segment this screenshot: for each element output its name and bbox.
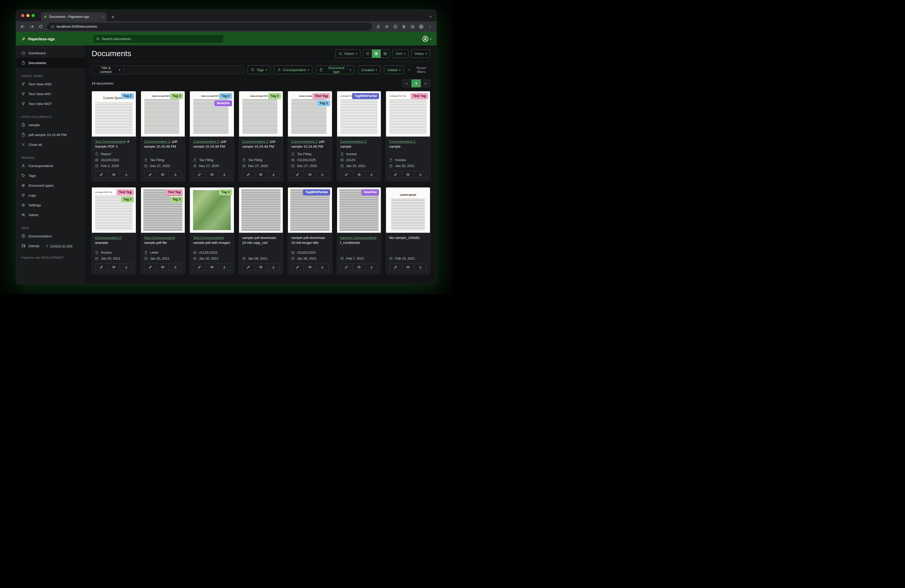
tag-badge[interactable]: Tag 2 <box>219 93 232 99</box>
sidebar-item[interactable]: sample <box>16 120 85 130</box>
sidebar-item[interactable]: Tags <box>16 171 85 181</box>
sidebar-item[interactable]: Close all <box>16 139 85 149</box>
page-tools-icon[interactable] <box>393 25 397 29</box>
view-button[interactable] <box>402 263 414 271</box>
view-list-button[interactable] <box>363 49 372 58</box>
sidebar-item[interactable]: Settings <box>16 200 85 210</box>
account-menu[interactable] <box>422 35 431 42</box>
document-thumbnail[interactable]: A Simple PDF File TagWithPartial <box>337 91 381 137</box>
document-title-text[interactable]: file-sample_150kBs <box>389 236 420 240</box>
tag-badge[interactable]: TagWithPartial <box>303 189 330 195</box>
tag-badge[interactable]: Test Tag <box>116 189 134 195</box>
document-thumbnail[interactable]: A Simple PDF File Test Tag <box>386 91 430 137</box>
sidebar-item[interactable]: Correspondents <box>16 161 85 171</box>
browser-menu-icon[interactable] <box>428 25 432 29</box>
edit-button[interactable] <box>95 171 108 178</box>
view-grid-button[interactable] <box>372 49 381 58</box>
sidebar-item[interactable]: Dashboard <box>16 48 85 58</box>
download-button[interactable] <box>169 263 182 271</box>
document-thumbnail[interactable]: Lorem ipsum <box>386 187 430 233</box>
view-button[interactable] <box>157 263 169 271</box>
correspondent-link[interactable]: Test Correspondent <box>95 139 125 144</box>
document-thumbnail[interactable]: Adobe Acrobat PDF Files Test Tag Tag 2 <box>288 91 332 137</box>
bookmark-star-icon[interactable] <box>385 25 389 29</box>
download-button[interactable] <box>169 171 182 178</box>
edit-button[interactable] <box>291 263 304 271</box>
tag-badge[interactable]: Test Tag <box>411 93 428 99</box>
tag-badge[interactable]: Tag 3 <box>170 93 183 99</box>
created-filter-button[interactable]: Created <box>358 65 380 74</box>
view-button[interactable] <box>205 171 218 178</box>
download-button[interactable] <box>120 171 132 178</box>
correspondent-filter-button[interactable]: Correspondent <box>274 65 312 74</box>
download-button[interactable] <box>365 171 378 178</box>
document-thumbnail[interactable]: Test Tag Tag 3 <box>141 187 185 233</box>
sidebar-item[interactable]: Test View AND <box>16 79 85 89</box>
download-button[interactable] <box>218 171 231 178</box>
window-close-button[interactable] <box>21 14 24 17</box>
view-button[interactable] <box>352 263 365 271</box>
edit-button[interactable] <box>291 171 304 178</box>
sort-button[interactable]: Sort <box>392 49 408 58</box>
side-panel-icon[interactable] <box>410 25 414 29</box>
views-button[interactable]: Views <box>411 49 430 58</box>
download-button[interactable] <box>120 263 132 271</box>
view-button[interactable] <box>402 171 414 178</box>
tag-badge[interactable]: NewOne <box>362 189 379 195</box>
edit-button[interactable] <box>389 171 402 178</box>
sidebar-item[interactable]: Logs <box>16 190 85 200</box>
document-thumbnail[interactable]: Adobe Acrobat PDF Files Tag 3 <box>239 91 283 137</box>
view-button[interactable] <box>205 263 218 271</box>
document-title-text[interactable]: sample-pdf-download-10-mb copy_red <box>242 236 277 245</box>
correspondent-link[interactable]: Test Correspondent <box>144 236 175 240</box>
correspondent-link[interactable]: Correspondent 2 <box>242 139 268 144</box>
tags-filter-button[interactable]: Tags <box>248 65 270 74</box>
correspondent-link[interactable]: Correspondent 2 <box>193 139 219 144</box>
edit-button[interactable] <box>95 263 108 271</box>
reload-icon[interactable] <box>38 25 43 29</box>
download-button[interactable] <box>365 263 378 271</box>
tab-search-icon[interactable] <box>429 15 432 19</box>
tab-close-icon[interactable] <box>101 15 104 18</box>
tag-badge[interactable]: Tag 2 <box>121 93 134 99</box>
correspondent-link[interactable]: Test Correspondent <box>193 236 224 240</box>
correspondent-link[interactable]: Correspondent 2 <box>144 139 170 144</box>
document-thumbnail[interactable]: TagWithPartial <box>288 187 332 233</box>
download-button[interactable] <box>414 263 427 271</box>
document-thumbnail[interactable]: Adobe Acrobat PDF Files Tag 3 <box>141 91 185 137</box>
document-title-text[interactable]: sample-pdf-download-10-mb-longer-title <box>291 236 326 245</box>
sidebar-item-github[interactable]: GitHub Suggest an idea <box>16 241 85 251</box>
view-button[interactable] <box>352 171 365 178</box>
select-button[interactable]: Select <box>335 49 360 58</box>
correspondent-link[interactable]: Correspondent 2 <box>95 236 121 240</box>
prev-page-button[interactable]: « <box>402 79 411 87</box>
edit-button[interactable] <box>340 171 353 178</box>
next-page-button[interactable]: » <box>421 79 430 87</box>
document-thumbnail[interactable]: NewOne <box>337 187 381 233</box>
back-icon[interactable] <box>21 24 25 29</box>
share-icon[interactable] <box>376 25 380 29</box>
brand[interactable]: Paperless-ngx <box>21 36 93 41</box>
edit-button[interactable] <box>193 263 206 271</box>
suggest-idea-link[interactable]: Suggest an idea <box>46 244 73 248</box>
download-button[interactable] <box>316 171 329 178</box>
edit-button[interactable] <box>144 171 157 178</box>
tag-badge[interactable]: Test Tag <box>165 189 183 195</box>
view-button[interactable] <box>255 171 267 178</box>
correspondent-link[interactable]: Correspondent 2 <box>389 139 415 144</box>
view-button[interactable] <box>303 263 316 271</box>
extensions-icon[interactable] <box>402 25 406 29</box>
document-thumbnail[interactable]: Lorem Ipsum Tag 2 <box>92 91 136 137</box>
reset-filters-button[interactable]: Reset filters <box>408 66 430 74</box>
tag-badge[interactable]: Tag 2 <box>317 100 330 106</box>
sidebar-item[interactable]: Admin <box>16 210 85 220</box>
view-button[interactable] <box>303 171 316 178</box>
sidebar-item[interactable]: Documents <box>16 58 85 68</box>
filter-text-input[interactable] <box>124 65 244 74</box>
view-button[interactable] <box>107 171 120 178</box>
browser-profile-icon[interactable] <box>419 24 424 29</box>
download-button[interactable] <box>218 263 231 271</box>
tag-badge[interactable]: Test Tag <box>313 93 330 99</box>
edit-button[interactable] <box>340 263 353 271</box>
document-thumbnail[interactable]: Adobe Acrobat PDF Files Tag 2 NewOne <box>190 91 234 137</box>
